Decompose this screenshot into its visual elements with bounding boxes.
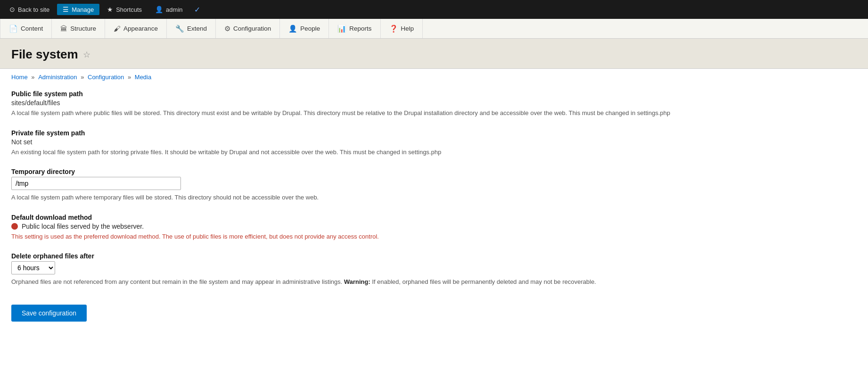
content-icon: 📄 — [9, 25, 18, 33]
nav-item-content[interactable]: 📄 Content — [0, 19, 52, 38]
extend-icon: 🔧 — [175, 25, 184, 33]
nav-item-appearance[interactable]: 🖌 Appearance — [105, 19, 167, 38]
public-fs-path-section: Public file system path sites/default/fi… — [11, 90, 743, 118]
page-header: File system ☆ — [0, 39, 868, 69]
manage-link[interactable]: ☰ Manage — [57, 4, 99, 15]
page-title: File system — [11, 47, 78, 62]
nav-item-people[interactable]: 👤 People — [280, 19, 329, 38]
reports-icon: 📊 — [337, 25, 346, 33]
appearance-icon: 🖌 — [114, 25, 121, 33]
nav-item-extend[interactable]: 🔧 Extend — [167, 19, 216, 38]
help-icon: ❓ — [389, 25, 398, 33]
manage-label: Manage — [72, 6, 94, 13]
nav-label-configuration: Configuration — [233, 25, 271, 32]
temp-dir-description: A local file system path where temporary… — [11, 193, 743, 202]
public-fs-path-value: sites/default/files — [11, 99, 743, 107]
delete-orphaned-label: Delete orphaned files after — [11, 252, 743, 260]
nav-label-appearance: Appearance — [123, 25, 158, 32]
orphaned-select-wrapper: 1 hour 3 hours 6 hours 12 hours 1 day 1 … — [11, 261, 55, 274]
orphaned-warning-text: If enabled, orphaned files will be perma… — [372, 278, 596, 285]
orphaned-description-plain: Orphaned files are not referenced from a… — [11, 278, 342, 285]
nav-item-configuration[interactable]: ⚙ Configuration — [216, 19, 280, 38]
orphaned-select[interactable]: 1 hour 3 hours 6 hours 12 hours 1 day 1 … — [12, 262, 55, 274]
nav-label-structure: Structure — [70, 25, 96, 32]
breadcrumb: Home » Administration » Configuration » … — [0, 69, 868, 81]
user-icon: 👤 — [155, 6, 163, 13]
nav-item-reports[interactable]: 📊 Reports — [329, 19, 380, 38]
private-fs-path-description: An existing local file system path for s… — [11, 148, 743, 157]
back-to-site-label: Back to site — [18, 6, 49, 13]
private-fs-path-label: Private file system path — [11, 129, 743, 137]
shortcuts-label: Shortcuts — [116, 6, 142, 13]
star-icon: ★ — [107, 6, 113, 13]
default-download-section: Default download method Public local fil… — [11, 214, 743, 241]
nav-label-extend: Extend — [187, 25, 207, 32]
nav-label-people: People — [300, 25, 320, 32]
temp-dir-label: Temporary directory — [11, 168, 743, 175]
nav-label-reports: Reports — [349, 25, 371, 32]
favorite-star-icon[interactable]: ☆ — [83, 50, 90, 60]
nav-label-content: Content — [21, 25, 43, 32]
admin-bar: ⊙ Back to site ☰ Manage ★ Shortcuts 👤 ad… — [0, 0, 868, 19]
breadcrumb-administration[interactable]: Administration — [38, 74, 77, 81]
admin-label: admin — [166, 6, 182, 13]
delete-orphaned-section: Delete orphaned files after 1 hour 3 hou… — [11, 252, 743, 287]
default-download-label: Default download method — [11, 214, 743, 221]
nav-label-help: Help — [401, 25, 414, 32]
shortcuts-link[interactable]: ★ Shortcuts — [101, 4, 147, 15]
admin-user-link[interactable]: 👤 admin — [149, 4, 188, 15]
main-content: Public file system path sites/default/fi… — [0, 81, 754, 340]
config-icon: ⚙ — [224, 25, 230, 33]
save-configuration-button[interactable]: Save configuration — [11, 305, 87, 322]
checkmark-icon: ✓ — [194, 5, 200, 14]
nav-item-structure[interactable]: 🏛 Structure — [52, 19, 105, 38]
private-fs-path-section: Private file system path Not set An exis… — [11, 129, 743, 157]
menu-icon: ☰ — [63, 6, 69, 13]
download-method-note: This setting is used as the preferred do… — [11, 232, 743, 241]
people-icon: 👤 — [288, 25, 297, 33]
download-method-radio-row: Public local files served by the webserv… — [11, 223, 743, 230]
private-fs-path-value: Not set — [11, 138, 743, 146]
breadcrumb-home[interactable]: Home — [11, 74, 28, 81]
breadcrumb-media[interactable]: Media — [135, 74, 151, 81]
nav-item-help[interactable]: ❓ Help — [381, 19, 423, 38]
temp-dir-section: Temporary directory A local file system … — [11, 168, 743, 202]
back-arrow-icon: ⊙ — [9, 6, 15, 13]
breadcrumb-configuration[interactable]: Configuration — [88, 74, 124, 81]
public-fs-path-description: A local file system path where public fi… — [11, 108, 743, 118]
radio-selected-dot — [11, 223, 18, 230]
download-method-radio-label: Public local files served by the webserv… — [22, 223, 144, 230]
temp-dir-input[interactable] — [11, 177, 181, 190]
orphaned-warning-label: Warning: — [344, 278, 370, 285]
back-to-site-link[interactable]: ⊙ Back to site — [4, 4, 55, 15]
structure-icon: 🏛 — [60, 25, 67, 33]
secondary-nav: 📄 Content 🏛 Structure 🖌 Appearance 🔧 Ext… — [0, 19, 868, 39]
public-fs-path-label: Public file system path — [11, 90, 743, 98]
orphaned-description: Orphaned files are not referenced from a… — [11, 277, 743, 287]
